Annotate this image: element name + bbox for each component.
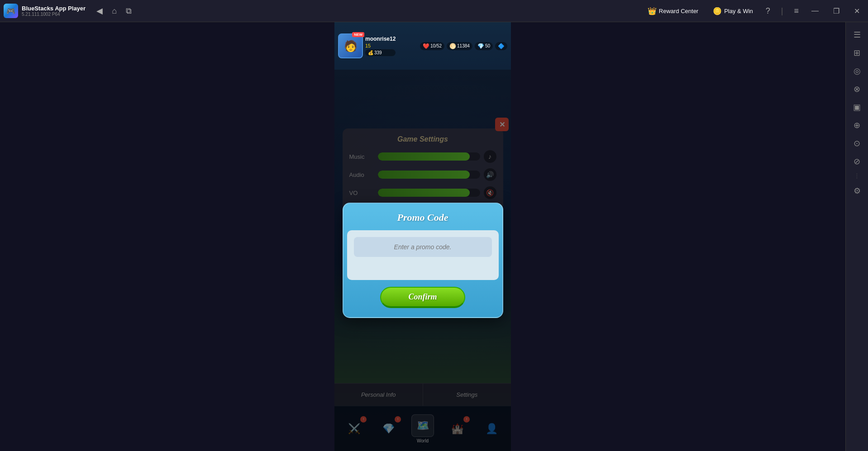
hp-icon: ❤️ [423,43,429,49]
sidebar-icon-settings[interactable]: ⊗ [849,81,865,97]
right-sidebar: ☰ ⊞ ◎ ⊗ ▣ ⊕ ⊙ ⊘ ··· ⚙ [845,22,868,451]
sidebar-dots: ··· [854,173,860,179]
currency-value: 339 [374,50,382,55]
main-content: 🧑 NEW moonrise12 15 💰 339 ❤️ 10/52 [0,22,845,451]
currency-icon: 💰 [368,50,373,55]
app-logo: 🎮 [4,4,18,18]
currency-display: 💰 339 [365,49,396,56]
sidebar-icon-menu[interactable]: ☰ [849,27,865,43]
gold-value: 11384 [457,43,470,48]
coin-icon: 🪙 [713,7,722,15]
app-name-block: BlueStacks App Player 5.21.111.1002 P64 [22,5,86,17]
home-button[interactable]: ⌂ [110,5,119,18]
player-level: 15 [365,43,396,48]
help-button[interactable]: ? [764,5,772,18]
crown-icon: 👑 [648,7,657,15]
window-button[interactable]: ⧉ [124,5,134,18]
game-area: 🧑 NEW moonrise12 15 💰 339 ❤️ 10/52 [334,22,511,451]
confirm-button[interactable]: Confirm [380,287,465,308]
gem-icon: 💎 [477,43,484,49]
app-name: BlueStacks App Player [22,5,86,12]
player-avatar: 🧑 NEW [338,33,363,58]
stat-extra: 🔷 [495,42,507,50]
new-badge: NEW [352,32,364,37]
stat-gold: 🌕 11384 [447,42,472,50]
close-button[interactable]: ✕ [850,0,863,22]
sidebar-icon-gear[interactable]: ⚙ [849,183,865,199]
app-version: 5.21.111.1002 P64 [22,12,86,17]
sidebar-icon-slash[interactable]: ⊘ [849,153,865,170]
hud-stats: ❤️ 10/52 🌕 11384 💎 50 🔷 [420,42,507,50]
back-button[interactable]: ◀ [95,4,105,18]
reward-center-button[interactable]: 👑 Reward Center [644,5,702,17]
promo-overlay: Promo Code Confirm [334,70,511,451]
titlebar-right: 👑 Reward Center 🪙 Play & Win ? | ≡ — ❐ ✕ [644,0,863,22]
hp-value: 10/52 [430,43,442,48]
play-win-button[interactable]: 🪙 Play & Win [709,5,757,17]
promo-input-wrapper [354,237,492,257]
promo-code-input[interactable] [355,238,491,256]
restore-button[interactable]: ❐ [830,0,843,22]
minimize-button[interactable]: — [808,0,822,22]
sidebar-icon-grid[interactable]: ⊞ [849,45,865,61]
promo-title: Promo Code [397,212,448,223]
menu-button[interactable]: ≡ [792,5,801,18]
stat-gem: 💎 50 [475,42,493,50]
promo-footer: Confirm [343,280,502,317]
gold-icon: 🌕 [449,43,456,49]
player-name: moonrise12 [365,36,396,42]
sidebar-icon-circle[interactable]: ◎ [849,63,865,79]
promo-body [347,230,499,280]
reward-center-label: Reward Center [659,8,698,14]
stat-hp: ❤️ 10/52 [420,42,444,50]
sidebar-icon-eye[interactable]: ⊙ [849,135,865,152]
promo-header: Promo Code [343,204,502,230]
promo-modal: Promo Code Confirm [343,203,503,318]
player-info: moonrise12 15 💰 339 [365,36,396,56]
play-win-label: Play & Win [724,8,753,14]
titlebar-nav: ◀ ⌂ ⧉ [95,4,134,18]
sidebar-icon-square[interactable]: ▣ [849,99,865,115]
extra-icon: 🔷 [498,43,505,49]
titlebar: 🎮 BlueStacks App Player 5.21.111.1002 P6… [0,0,868,22]
game-hud: 🧑 NEW moonrise12 15 💰 339 ❤️ 10/52 [334,22,511,70]
gem-value: 50 [485,43,490,48]
separator1: | [781,6,783,16]
sidebar-icon-plus[interactable]: ⊕ [849,117,865,133]
game-scene: Game Settings Music ♪ Audio 🔊 [334,70,511,451]
level-number: 15 [365,43,371,48]
